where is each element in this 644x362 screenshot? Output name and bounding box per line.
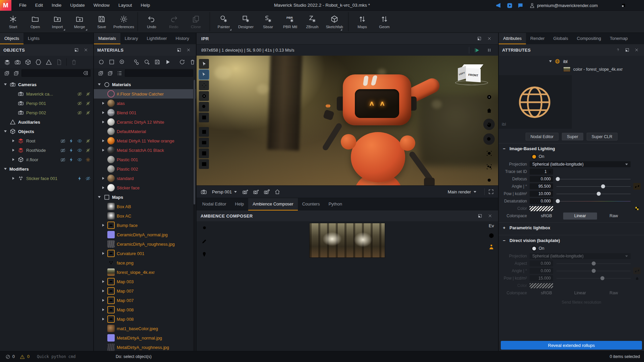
float-panel-icon[interactable] xyxy=(476,213,484,219)
map-row-map-007[interactable]: Map 007 xyxy=(94,286,196,296)
menu-edit[interactable]: Edit xyxy=(31,0,47,11)
colorspace-linear[interactable]: Linear xyxy=(563,290,597,297)
add-primitive-button[interactable] xyxy=(23,58,33,66)
section-parametric-lightbox[interactable]: +Parametric lightbox xyxy=(499,222,644,232)
nodal-editor-button[interactable]: Nodal Editor xyxy=(526,133,559,140)
object-row-sticker-face-001[interactable]: Sticker face 001 xyxy=(0,174,93,183)
material-row-ceramic-dirtya-12-white[interactable]: Ceramic DirtyA 12 White xyxy=(94,117,196,127)
collapse-all-icon[interactable] xyxy=(12,69,20,77)
new-material-button[interactable] xyxy=(97,58,106,66)
zbrush-button[interactable]: ZBrush xyxy=(301,11,323,33)
clear-filter-icon[interactable] xyxy=(82,70,89,76)
refresh-previews-button[interactable] xyxy=(177,58,186,66)
object-row-auxiliaries[interactable]: Auxiliaries xyxy=(0,117,93,127)
menu-layout[interactable]: Layout xyxy=(114,0,137,11)
map-row-ceramicdirtya-roughness-jpg[interactable]: CeramicDirtyA_roughness.jpg xyxy=(94,239,196,249)
add-auxiliary-button[interactable] xyxy=(44,58,53,66)
bottom-tab-counters[interactable]: Counters xyxy=(298,198,324,210)
flash-slash-icon[interactable] xyxy=(85,101,91,106)
map-row-ceramicdirtya-normal-jpg[interactable]: CeramicDirtyA_normal.jpg xyxy=(94,230,196,239)
float-panel-icon[interactable] xyxy=(475,35,483,42)
eye-icon[interactable] xyxy=(77,157,82,162)
menu-help[interactable]: Help xyxy=(136,0,154,11)
object-row-root[interactable]: Root xyxy=(0,136,93,145)
on-toggle[interactable]: On xyxy=(499,153,644,161)
zoom-tool[interactable] xyxy=(483,133,495,145)
trace-set-id-spinner[interactable]: 1 xyxy=(530,169,553,175)
new-map-button[interactable] xyxy=(107,58,116,66)
camera-select-dropdown[interactable]: Persp 001 xyxy=(210,189,239,195)
eye-slash-icon[interactable] xyxy=(85,176,91,181)
help-icon[interactable] xyxy=(614,46,622,54)
right-tab-tonemap[interactable]: Tonemap xyxy=(605,33,632,44)
menu-update[interactable]: Update xyxy=(66,0,89,11)
add-camera-button[interactable] xyxy=(13,58,22,66)
menu-file[interactable]: File xyxy=(15,0,31,11)
object-row-maverick-ca-[interactable]: Maverick ca... xyxy=(0,89,93,99)
materials-scrollbar[interactable] xyxy=(193,80,196,351)
super-clr-button[interactable]: Super CLR xyxy=(587,133,618,140)
sun-icon[interactable] xyxy=(85,157,91,162)
float-panel-icon[interactable] xyxy=(72,46,80,54)
list-view-icon[interactable] xyxy=(115,69,123,77)
flash-slash-icon[interactable] xyxy=(85,147,91,153)
snapshot-tool[interactable] xyxy=(199,159,209,169)
bolt-icon[interactable] xyxy=(68,147,74,153)
chat-support-icon[interactable] xyxy=(516,2,525,9)
map-row-bump-face[interactable]: Bump face xyxy=(94,221,196,230)
send-filetex-resolution-button[interactable]: Send filetex resolution xyxy=(499,297,644,305)
color-swatch[interactable] xyxy=(530,283,553,288)
painter-button[interactable]: Painter xyxy=(213,11,235,33)
right-tab-render[interactable]: Render xyxy=(526,33,549,44)
preferences-button[interactable]: Preferences xyxy=(113,11,135,33)
turntable-person-icon[interactable] xyxy=(487,243,495,251)
projection-dropdown[interactable]: Spherical (latitude-longitude) xyxy=(530,161,631,167)
material-row-metal-dirtya-11-yellow-orange[interactable]: Metal DirtyA 11 Yellow orange xyxy=(94,136,196,145)
frame-all-button[interactable] xyxy=(484,162,494,172)
rotate-tool[interactable] xyxy=(199,91,209,101)
map-row-mat1-basecolor-jpeg[interactable]: mat1_baseColor.jpeg xyxy=(94,324,196,333)
clone-camera-icon[interactable] xyxy=(252,188,260,196)
cam-slash-icon[interactable] xyxy=(60,138,65,143)
desaturation-slider[interactable] xyxy=(556,198,631,204)
materials-tab-materials[interactable]: Materials xyxy=(94,33,120,44)
right-tab-attributes[interactable]: Attributes xyxy=(499,33,526,44)
material-row-defaultmaterial[interactable]: DefaultMaterial xyxy=(94,127,196,136)
powkcdm-slider[interactable] xyxy=(556,275,631,281)
menu-window[interactable]: Window xyxy=(89,0,114,11)
reveal-extended-rollups-button[interactable]: Reveal extended rollups xyxy=(501,341,642,350)
navigation-cube[interactable]: LEFT FRONT xyxy=(457,64,486,86)
map-row-curvature-001[interactable]: Curvature 001 xyxy=(94,249,196,258)
home-view-button[interactable] xyxy=(484,105,494,115)
left-tab-objects[interactable]: Objects xyxy=(0,33,23,44)
marquee-tool[interactable] xyxy=(199,113,209,122)
materials-tab-library[interactable]: Library xyxy=(120,33,143,44)
add-polygon-button[interactable] xyxy=(34,58,43,66)
node-map-row[interactable]: color - forest_slope_4k.exr xyxy=(499,65,644,73)
link-icon[interactable] xyxy=(633,183,641,190)
undo-button[interactable]: Undo xyxy=(141,11,163,33)
save-button[interactable]: Save xyxy=(91,11,113,33)
render-preview-button[interactable] xyxy=(163,58,172,66)
save-library-button[interactable] xyxy=(153,58,162,66)
value-field[interactable]: 0.000 xyxy=(530,260,553,266)
value-field[interactable]: 10.000 xyxy=(530,191,553,197)
close-panel-icon[interactable] xyxy=(633,46,641,54)
expand-all-icon[interactable] xyxy=(3,69,11,77)
object-row-persp-001[interactable]: Persp 001 xyxy=(0,99,93,108)
close-panel-icon[interactable] xyxy=(485,35,493,42)
navcube-left-face[interactable]: LEFT xyxy=(458,66,466,81)
render-region-tool[interactable] xyxy=(199,127,209,137)
map-row-box-ac[interactable]: Box AC xyxy=(94,211,196,221)
map-row-map-003[interactable]: Map 003 xyxy=(94,277,196,286)
flash-slash-icon[interactable] xyxy=(85,138,91,143)
color-swatch[interactable] xyxy=(530,206,553,211)
eye-icon[interactable] xyxy=(77,138,82,143)
add-select-tool[interactable] xyxy=(199,70,209,79)
object-row-rootnode[interactable]: RootNode xyxy=(0,145,93,155)
bottom-tab-help[interactable]: Help xyxy=(231,198,249,210)
geom-button[interactable]: Geom xyxy=(373,11,395,33)
float-panel-icon[interactable] xyxy=(175,46,183,54)
move-tool[interactable] xyxy=(199,80,209,90)
object-row-objects[interactable]: Objects xyxy=(0,127,93,136)
